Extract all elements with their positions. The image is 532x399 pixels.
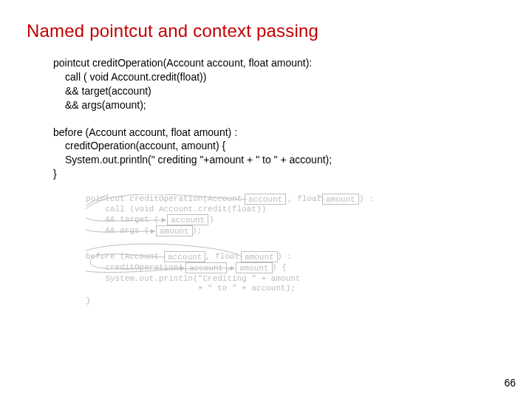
dg-pointcut-right: ) : bbox=[359, 194, 374, 204]
dg-println-1: System.out.println("Crediting " + amount bbox=[86, 274, 300, 284]
dg-box-account-top: account bbox=[245, 194, 286, 205]
pointcut-decl: pointcut creditOperation(Account account… bbox=[53, 56, 505, 70]
advice-credop: creditOperation(account, amount) { bbox=[53, 139, 505, 153]
dg-args-right: ); bbox=[192, 226, 202, 236]
dg-target-right: ) bbox=[209, 215, 214, 225]
dg-args-left: && args ( bbox=[86, 226, 149, 236]
page-number: 66 bbox=[504, 377, 516, 389]
dg-before-mid: , float bbox=[205, 252, 239, 262]
dg-box-account-target: account bbox=[167, 214, 208, 225]
dg-box-amount-before: amount bbox=[241, 251, 278, 262]
dg-before-right: ) : bbox=[277, 252, 292, 262]
advice-before: before (Account account, float amount) : bbox=[53, 126, 505, 140]
dg-before-left: before (Account bbox=[86, 252, 159, 262]
dg-box-amount-args: amount bbox=[156, 225, 193, 236]
dg-box-amount-credop: amount bbox=[236, 262, 273, 273]
dg-call: call (void Account.credit(float)) bbox=[86, 205, 266, 214]
dg-credop-mid: , bbox=[227, 263, 232, 273]
dg-println-2: + " to " + account); bbox=[86, 284, 296, 293]
pointcut-code-block: pointcut creditOperation(Account account… bbox=[53, 56, 505, 112]
dg-box-account-credop: account bbox=[185, 262, 227, 273]
dg-credop-right: ) { bbox=[272, 263, 287, 273]
advice-code-block: before (Account account, float amount) :… bbox=[53, 126, 505, 182]
dg-credop-left: creditOperation( bbox=[86, 263, 183, 273]
dg-pointcut-left: pointcut creditOperation(Account bbox=[86, 194, 242, 204]
dg-box-amount-top: amount bbox=[322, 194, 359, 205]
dg-target-left: && target ( bbox=[86, 215, 159, 225]
pointcut-call: call ( void Account.credit(float)) bbox=[53, 70, 505, 84]
dg-brace: } bbox=[86, 296, 91, 306]
pointcut-args: && args(amount); bbox=[53, 98, 505, 112]
context-passing-diagram: pointcut creditOperation(Account account… bbox=[86, 194, 455, 305]
page-title: Named pointcut and context passing bbox=[27, 21, 505, 41]
dg-box-account-before: account bbox=[164, 251, 205, 262]
pointcut-target: && target(account) bbox=[53, 84, 505, 98]
advice-print: System.out.println(" crediting "+amount … bbox=[53, 153, 505, 167]
dg-pointcut-mid: , float bbox=[287, 194, 321, 204]
advice-brace: } bbox=[53, 167, 505, 181]
